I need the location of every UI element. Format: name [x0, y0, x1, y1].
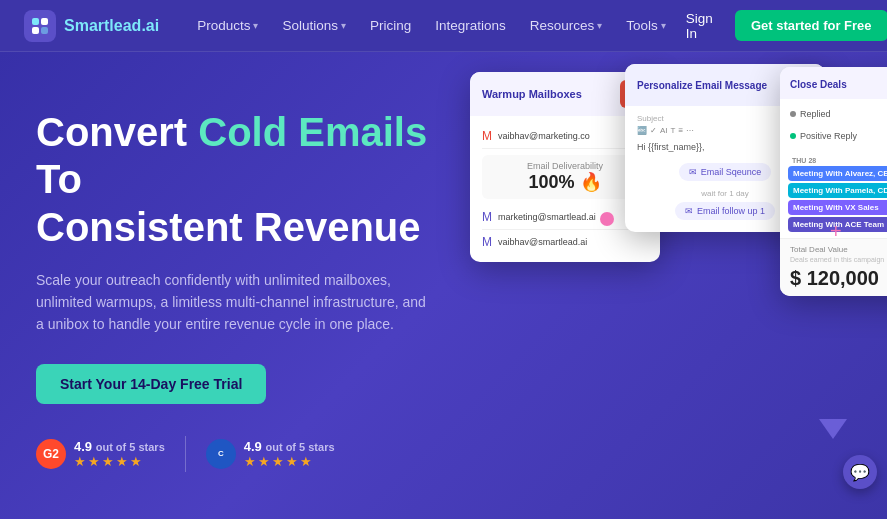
resources-chevron-icon: ▾	[597, 20, 602, 31]
email-row-3: M vaibhav@smartlead.ai	[482, 230, 648, 254]
tools-chevron-icon: ▾	[661, 20, 666, 31]
deal-value-box: Total Deal Value Deals earned in this ca…	[780, 238, 887, 296]
followup-icon: ✉	[685, 206, 693, 216]
date-num: 28	[808, 157, 816, 164]
decoration-cross-icon: +	[830, 220, 842, 243]
c-star-3: ★	[272, 454, 284, 469]
signin-button[interactable]: Sign In	[676, 5, 723, 47]
svg-rect-0	[32, 18, 39, 25]
gmail-icon-2: M	[482, 210, 492, 224]
format-icon-2: ✓	[650, 126, 657, 135]
hero-right: Warmup Mailboxes 📊 M vaibhav@marketing.c…	[460, 52, 887, 519]
g2-stars: ★ ★ ★ ★ ★	[74, 454, 165, 469]
ratings: G2 4.9 out of 5 stars ★ ★ ★ ★ ★ C	[36, 436, 460, 472]
solutions-chevron-icon: ▾	[341, 20, 346, 31]
star-4: ★	[116, 454, 128, 469]
capterra-stars: ★ ★ ★ ★ ★	[244, 454, 335, 469]
svg-rect-1	[41, 18, 48, 25]
capterra-badge: C	[206, 439, 236, 469]
c-star-1: ★	[244, 454, 256, 469]
replied-stat: Replied 240	[790, 105, 887, 123]
hero-subtitle: Scale your outreach confidently with unl…	[36, 269, 436, 336]
deals-title: Close Deals	[790, 79, 847, 90]
get-started-button[interactable]: Get started for Free	[735, 10, 887, 41]
star-3: ★	[102, 454, 114, 469]
nav-solutions[interactable]: Solutions ▾	[272, 12, 356, 39]
c-star-2: ★	[258, 454, 270, 469]
format-icon-1: 🔤	[637, 126, 647, 135]
capterra-score: 4.9 out of 5 stars	[244, 439, 335, 454]
email-row-1: M vaibhav@marketing.co	[482, 124, 648, 149]
c-star-5: ★	[300, 454, 312, 469]
star-2: ★	[88, 454, 100, 469]
svg-rect-3	[41, 27, 48, 34]
format-icon-5: ≡	[678, 126, 683, 135]
trial-button[interactable]: Start Your 14-Day Free Trial	[36, 364, 266, 404]
chat-icon: 💬	[843, 455, 877, 489]
deals-stats: Replied 240 Positive Reply 165	[780, 99, 887, 151]
date-day: THU	[792, 157, 806, 164]
deal-value-sublabel: Deals earned in this campaign	[790, 256, 887, 263]
g2-rating: G2 4.9 out of 5 stars ★ ★ ★ ★ ★	[36, 439, 165, 469]
star-1: ★	[74, 454, 86, 469]
nav-tools[interactable]: Tools ▾	[616, 12, 676, 39]
format-icon-3: AI	[660, 126, 668, 135]
deal-value-amount: $ 120,000	[790, 267, 887, 290]
nav-right: Sign In Get started for Free	[676, 5, 887, 47]
logo[interactable]: Smartlead.ai	[24, 10, 159, 42]
meeting-3: Meeting With VX Sales	[788, 200, 887, 215]
reply-dot	[790, 111, 796, 117]
svg-rect-2	[32, 27, 39, 34]
nav-resources[interactable]: Resources ▾	[520, 12, 613, 39]
gmail-icon-3: M	[482, 235, 492, 249]
deals-header: Close Deals	[780, 67, 887, 99]
ui-illustration: Warmup Mailboxes 📊 M vaibhav@marketing.c…	[470, 52, 887, 519]
gmail-icon-1: M	[482, 129, 492, 143]
positive-dot	[790, 133, 796, 139]
deliverability-box: Email Deliverability 100% 🔥	[482, 155, 648, 199]
logo-icon	[24, 10, 56, 42]
g2-badge: G2	[36, 439, 66, 469]
meeting-2: Meeting With Pamela, CDO	[788, 183, 887, 198]
nav-links: Products ▾ Solutions ▾ Pricing Integrati…	[187, 12, 676, 39]
format-icon-6: ⋯	[686, 126, 694, 135]
email-sequence-btn: ✉ Email Sqeunce	[679, 163, 772, 181]
deals-card: Close Deals Replied 240 Positive Reply	[780, 67, 887, 296]
nav-integrations[interactable]: Integrations	[425, 12, 516, 39]
meeting-1: Meeting With Alvarez, CEO	[788, 166, 887, 181]
deal-value-label: Total Deal Value	[790, 245, 887, 254]
capterra-rating: C 4.9 out of 5 stars ★ ★ ★ ★ ★	[206, 439, 335, 469]
format-icon-4: T	[671, 126, 676, 135]
envelope-icon: ✉	[689, 167, 697, 177]
personalize-title: Personalize Email Message	[637, 80, 767, 91]
deliv-label: Email Deliverability	[490, 161, 640, 171]
warmup-title: Warmup Mailboxes	[482, 88, 582, 100]
nav-pricing[interactable]: Pricing	[360, 12, 421, 39]
logo-text: Smartlead.ai	[64, 17, 159, 35]
hero-section: Convert Cold Emails To Consistent Revenu…	[0, 52, 887, 519]
deliv-value: 100% 🔥	[490, 171, 640, 193]
nav-products[interactable]: Products ▾	[187, 12, 268, 39]
hero-title: Convert Cold Emails To Consistent Revenu…	[36, 109, 460, 251]
hero-left: Convert Cold Emails To Consistent Revenu…	[0, 52, 460, 519]
c-star-4: ★	[286, 454, 298, 469]
navbar: Smartlead.ai Products ▾ Solutions ▾ Pric…	[0, 0, 887, 52]
followup-btn: ✉ Email follow up 1	[675, 202, 775, 220]
star-5: ★	[130, 454, 142, 469]
decoration-dot	[600, 212, 614, 226]
positive-stat: Positive Reply 165	[790, 127, 887, 145]
g2-score: 4.9 out of 5 stars	[74, 439, 165, 454]
rating-divider	[185, 436, 186, 472]
decoration-triangle	[819, 419, 847, 439]
email-row-2: M marketing@smartlead.ai	[482, 205, 648, 230]
products-chevron-icon: ▾	[253, 20, 258, 31]
date-tag: THU 28	[788, 155, 887, 166]
